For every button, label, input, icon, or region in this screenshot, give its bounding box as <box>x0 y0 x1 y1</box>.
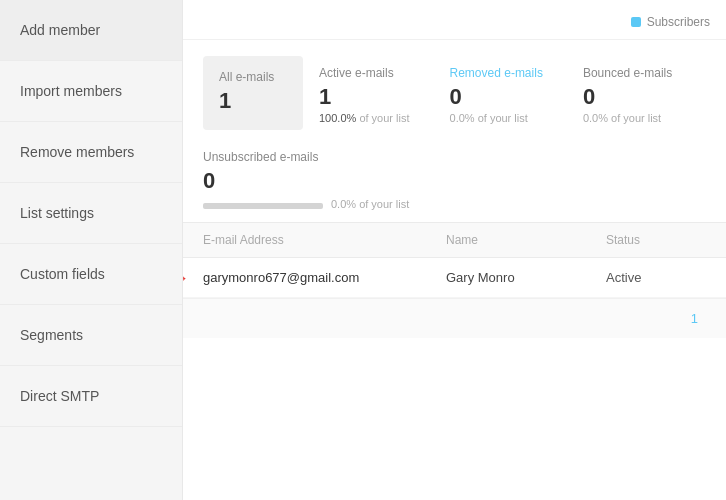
stat-bounced-emails-value: 0 <box>583 84 672 110</box>
td-name: Gary Monro <box>446 270 606 285</box>
sidebar-item-label: Import members <box>20 83 122 99</box>
unsubscribed-section: Unsubscribed e-mails 0 0.0% of your list <box>183 146 726 222</box>
stat-all-emails: All e-mails 1 <box>203 56 303 130</box>
main-content: Subscribers All e-mails 1 Active e-mails… <box>183 0 726 500</box>
sidebar-item-custom-fields[interactable]: Custom fields <box>0 244 182 305</box>
stat-bounced-emails-label: Bounced e-mails <box>583 66 672 80</box>
unsub-pct-value: 0.0% <box>331 198 356 210</box>
sidebar-item-remove-members[interactable]: Remove members <box>0 122 182 183</box>
sidebar-item-list-settings[interactable]: List settings <box>0 183 182 244</box>
unsub-value: 0 <box>203 168 215 194</box>
stat-active-emails-label: Active e-mails <box>319 66 410 80</box>
footer-page-number[interactable]: 1 <box>606 311 706 326</box>
stat-all-emails-value: 1 <box>219 88 283 114</box>
members-table: E-mail Address Name Status → garymonro67… <box>183 222 726 500</box>
top-bar: Subscribers <box>183 0 726 40</box>
stats-section: All e-mails 1 Active e-mails 1 100.0% of… <box>183 40 726 146</box>
stat-bounced-emails-sub: 0.0% of your list <box>583 112 672 124</box>
stat-removed-emails: Removed e-mails 0 0.0% of your list <box>434 56 567 138</box>
table-row[interactable]: → garymonro677@gmail.com Gary Monro Acti… <box>183 258 726 298</box>
legend-label: Subscribers <box>647 15 710 29</box>
th-status: Status <box>606 233 706 247</box>
legend-subscribers: Subscribers <box>631 15 710 29</box>
stat-removed-subtext: of your list <box>478 112 528 124</box>
stat-bounced-subtext: of your list <box>611 112 661 124</box>
stat-active-pct: 100.0% <box>319 112 356 124</box>
legend-dot-subscribers <box>631 17 641 27</box>
sidebar-item-label: Custom fields <box>20 266 105 282</box>
stat-removed-emails-label: Removed e-mails <box>450 66 543 80</box>
sidebar-item-add-member[interactable]: Add member <box>0 0 182 61</box>
sidebar-item-label: Add member <box>20 22 100 38</box>
sidebar: Add member Import members Remove members… <box>0 0 183 500</box>
stat-active-emails-value: 1 <box>319 84 410 110</box>
sidebar-item-label: Segments <box>20 327 83 343</box>
sidebar-item-segments[interactable]: Segments <box>0 305 182 366</box>
stat-all-emails-label: All e-mails <box>219 70 283 84</box>
unsub-bar <box>203 203 323 209</box>
unsub-label: Unsubscribed e-mails <box>203 150 706 164</box>
row-arrow-indicator: → <box>183 267 189 288</box>
stat-bounced-pct: 0.0% <box>583 112 608 124</box>
sidebar-item-label: List settings <box>20 205 94 221</box>
th-name: Name <box>446 233 606 247</box>
stat-active-subtext: of your list <box>359 112 409 124</box>
table-header: E-mail Address Name Status <box>183 222 726 258</box>
sidebar-item-label: Remove members <box>20 144 134 160</box>
unsub-pct: 0.0% of your list <box>331 198 409 210</box>
unsub-pct-text: of your list <box>359 198 409 210</box>
stat-removed-emails-value: 0 <box>450 84 543 110</box>
th-email: E-mail Address <box>203 233 446 247</box>
sidebar-item-label: Direct SMTP <box>20 388 99 404</box>
table-footer: 1 <box>183 298 726 338</box>
td-status: Active <box>606 270 706 285</box>
unsub-value-row: 0 <box>203 168 706 194</box>
stat-active-emails: Active e-mails 1 100.0% of your list <box>303 56 434 138</box>
td-email: garymonro677@gmail.com <box>203 270 446 285</box>
stat-active-emails-sub: 100.0% of your list <box>319 112 410 124</box>
stat-removed-emails-sub: 0.0% of your list <box>450 112 543 124</box>
sidebar-item-import-members[interactable]: Import members <box>0 61 182 122</box>
stat-removed-pct: 0.0% <box>450 112 475 124</box>
sidebar-item-direct-smtp[interactable]: Direct SMTP <box>0 366 182 427</box>
stat-bounced-emails: Bounced e-mails 0 0.0% of your list <box>567 56 696 138</box>
